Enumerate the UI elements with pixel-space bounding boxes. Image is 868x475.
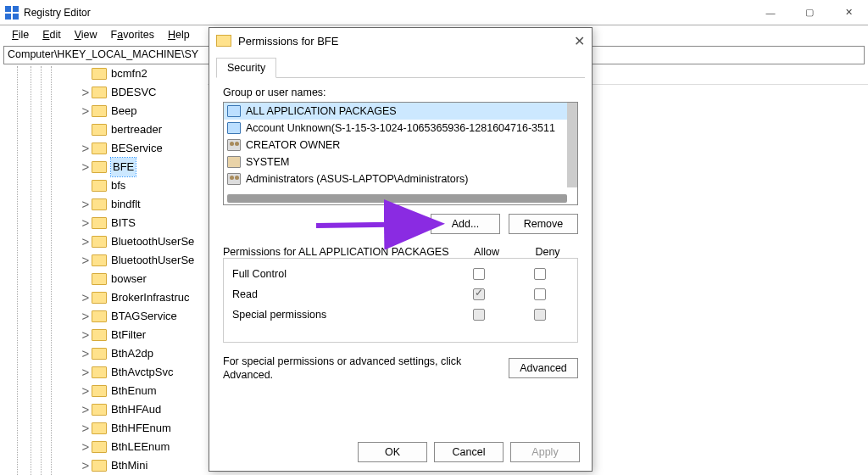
expand-icon[interactable]: > xyxy=(80,460,92,472)
folder-icon xyxy=(92,161,107,173)
expand-icon[interactable]: > xyxy=(80,441,92,453)
group-item[interactable]: ALL APPLICATION PACKAGES xyxy=(224,103,577,120)
tree-item[interactable]: >BthLEEnum xyxy=(92,438,208,456)
titlebar: Registry Editor — ▢ ✕ xyxy=(0,0,868,25)
tree-item[interactable]: >BFE xyxy=(92,158,208,176)
expand-icon[interactable]: > xyxy=(80,329,92,341)
tree-item[interactable]: >BthAvctpSvc xyxy=(92,363,208,382)
expand-icon[interactable]: > xyxy=(80,385,92,397)
permissions-grid: Full ControlReadSpecial permissions xyxy=(223,258,578,343)
expand-icon[interactable]: > xyxy=(80,161,92,173)
advanced-button[interactable]: Advanced xyxy=(509,358,578,378)
tree-item[interactable]: >BthHFEnum xyxy=(92,419,208,438)
remove-button[interactable]: Remove xyxy=(509,214,578,234)
dialog-close-icon[interactable]: ✕ xyxy=(574,33,585,49)
scrollbar[interactable] xyxy=(567,103,577,187)
group-listbox[interactable]: ALL APPLICATION PACKAGESAccount Unknown(… xyxy=(223,102,578,205)
group-item[interactable]: CREATOR OWNER xyxy=(224,137,577,154)
checkbox[interactable] xyxy=(473,288,485,300)
expand-icon[interactable]: > xyxy=(80,292,92,304)
checkbox[interactable] xyxy=(534,309,546,321)
apply-button[interactable]: Apply xyxy=(510,442,580,462)
expand-icon[interactable]: > xyxy=(80,142,92,154)
folder-icon xyxy=(92,329,107,341)
folder-icon xyxy=(216,35,231,47)
folder-icon xyxy=(92,441,107,453)
permissions-dialog: Permissions for BFE ✕ Security Group or … xyxy=(209,27,593,472)
group-name: ALL APPLICATION PACKAGES xyxy=(246,105,397,117)
checkbox[interactable] xyxy=(534,268,546,280)
tree-item[interactable]: >BthEnum xyxy=(92,382,208,400)
window-title: Registry Editor xyxy=(24,7,91,19)
menu-help[interactable]: Help xyxy=(161,27,197,42)
ok-button[interactable]: OK xyxy=(358,442,427,462)
close-button[interactable]: ✕ xyxy=(829,0,868,25)
tree-item[interactable]: bowser xyxy=(92,270,208,288)
window-controls: — ▢ ✕ xyxy=(751,0,868,25)
folder-icon xyxy=(92,68,107,80)
expand-icon[interactable]: > xyxy=(80,348,92,360)
expand-icon[interactable]: > xyxy=(80,310,92,322)
checkbox[interactable] xyxy=(473,309,485,321)
expand-icon[interactable]: > xyxy=(80,236,92,248)
tree-item[interactable]: >BEService xyxy=(92,139,208,158)
menu-favorites[interactable]: Favorites xyxy=(104,27,161,42)
tree-item[interactable]: >BthMini xyxy=(92,456,208,475)
menu-view[interactable]: View xyxy=(68,27,104,42)
tree-item[interactable]: bertreader xyxy=(92,120,208,139)
expand-icon[interactable]: > xyxy=(80,87,92,98)
group-item[interactable]: Account Unknown(S-1-15-3-1024-1065365936… xyxy=(224,120,577,137)
tree-label: BITS xyxy=(111,214,136,232)
tree-item[interactable]: >BthHFAud xyxy=(92,400,208,419)
folder-icon xyxy=(92,422,107,434)
perm-row: Special permissions xyxy=(232,305,570,325)
tree-item[interactable]: >bindflt xyxy=(92,195,208,214)
tree-item[interactable]: >BthA2dp xyxy=(92,344,208,363)
h-scrollbar[interactable] xyxy=(227,194,567,203)
tree-item[interactable]: >BDESVC xyxy=(92,83,208,102)
tree-label: BrokerInfrastruc xyxy=(111,288,189,307)
advanced-text: For special permissions or advanced sett… xyxy=(223,355,502,383)
tree-item[interactable]: >BITS xyxy=(92,214,208,232)
expand-icon[interactable]: > xyxy=(80,422,92,434)
dialog-titlebar[interactable]: Permissions for BFE ✕ xyxy=(209,28,592,53)
expand-icon[interactable]: > xyxy=(80,217,92,229)
tree-pane[interactable]: bcmfn2>BDESVC>Beepbertreader>BEService>B… xyxy=(0,66,208,475)
app-icon xyxy=(5,6,19,20)
cancel-button[interactable]: Cancel xyxy=(434,442,504,462)
tree-label: bertreader xyxy=(111,120,162,139)
menu-edit[interactable]: Edit xyxy=(36,27,68,42)
tree-item[interactable]: bfs xyxy=(92,176,208,195)
group-item[interactable]: SYSTEM xyxy=(224,154,577,170)
deny-label: Deny xyxy=(517,246,578,258)
tree-item[interactable]: >BtFilter xyxy=(92,326,208,344)
folder-icon xyxy=(92,236,107,248)
tree-item[interactable]: >Beep xyxy=(92,102,208,120)
tree-item[interactable]: >BluetoothUserSe xyxy=(92,232,208,251)
checkbox[interactable] xyxy=(473,268,485,280)
tab-security[interactable]: Security xyxy=(216,58,276,78)
tree-item[interactable]: >BTAGService xyxy=(92,307,208,326)
expand-icon[interactable]: > xyxy=(80,198,92,210)
expand-icon[interactable]: > xyxy=(80,105,92,117)
checkbox[interactable] xyxy=(534,288,546,300)
tree-label: BDESVC xyxy=(111,83,156,102)
tree-label: bcmfn2 xyxy=(111,66,147,83)
add-button[interactable]: Add... xyxy=(431,214,500,234)
tree-item[interactable]: >BluetoothUserSe xyxy=(92,251,208,270)
group-item[interactable]: Administrators (ASUS-LAPTOP\Administrato… xyxy=(224,170,577,187)
perm-name: Special permissions xyxy=(232,309,448,321)
maximize-button[interactable]: ▢ xyxy=(790,0,829,25)
folder-icon xyxy=(92,273,107,285)
expand-icon[interactable]: > xyxy=(80,404,92,416)
dialog-buttons: OK Cancel Apply xyxy=(358,442,580,462)
dialog-title: Permissions for BFE xyxy=(238,35,338,48)
folder-icon xyxy=(92,198,107,210)
expand-icon[interactable]: > xyxy=(80,254,92,266)
tree-item[interactable]: >BrokerInfrastruc xyxy=(92,288,208,307)
menu-file[interactable]: File xyxy=(5,27,36,42)
tree-item[interactable]: bcmfn2 xyxy=(92,66,208,83)
expand-icon[interactable]: > xyxy=(80,366,92,378)
tree-label: bowser xyxy=(111,270,147,288)
minimize-button[interactable]: — xyxy=(751,0,790,25)
